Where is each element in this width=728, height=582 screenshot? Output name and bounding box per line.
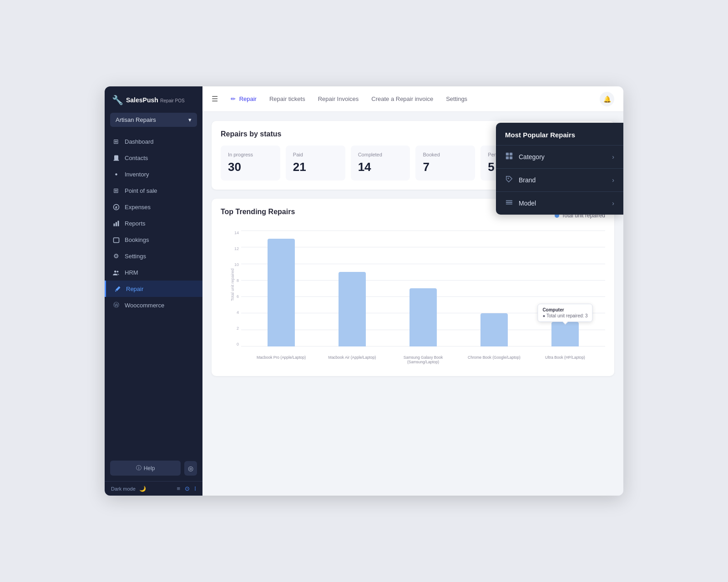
status-label: Paid (293, 152, 338, 157)
panel-item-label: Model (519, 200, 536, 207)
sidebar-item-woocommerce[interactable]: Ⓦ Woocommerce (105, 297, 202, 313)
brand-icon (505, 175, 513, 185)
chart-title: Top Trending Repairs (221, 208, 295, 216)
panel-chevron-icon: › (612, 200, 614, 207)
tab-create-repair-invoice[interactable]: Create a Repair invoice (366, 93, 439, 105)
chart-wrapper: Total unit repaired 0 2 4 6 8 10 12 14 (221, 231, 605, 367)
status-in-progress: In progress 30 (221, 146, 280, 181)
svg-rect-16 (506, 204, 512, 205)
dark-mode-label: Dark mode (111, 486, 136, 492)
sidebar-item-pos[interactable]: ⊞ Point of sale (105, 182, 202, 199)
status-value: 30 (228, 160, 273, 174)
hrm-icon (112, 268, 120, 276)
sidebar-item-label: Settings (125, 253, 146, 260)
repair-icon (113, 285, 121, 293)
chart-plot: Computer ● Total unit repaired: 3 (241, 231, 605, 346)
help-circle-icon: ⓘ (136, 464, 142, 472)
bar (268, 239, 295, 346)
status-value: 14 (358, 160, 403, 174)
svg-rect-3 (113, 223, 115, 226)
svg-rect-14 (506, 201, 512, 201)
bar (339, 272, 366, 346)
logo-text: SalesPush (126, 96, 158, 104)
sidebar-footer: ⓘ Help ◎ (105, 455, 202, 481)
panel-item-left: Model (505, 198, 536, 208)
bar-group-4 (459, 313, 530, 346)
svg-rect-10 (510, 153, 512, 156)
y-label: 2 (237, 326, 239, 331)
model-icon (505, 198, 513, 208)
y-label: 12 (234, 246, 239, 251)
svg-rect-6 (113, 238, 119, 243)
location-button[interactable]: ◎ (184, 461, 197, 476)
bell-icon: 🔔 (603, 95, 611, 103)
moon-icon: 🌙 (139, 486, 146, 492)
store-selector[interactable]: Artisan Repairs ▾ (110, 113, 197, 127)
sidebar-item-dashboard[interactable]: ⊞ Dashboard (105, 133, 202, 150)
panel-item-model[interactable]: Model › (496, 192, 623, 215)
panel-item-category[interactable]: Category › (496, 146, 623, 169)
status-paid: Paid 21 (286, 146, 345, 181)
svg-rect-0 (114, 155, 118, 159)
app-wrapper: 🔧 SalesPush Repair POS Artisan Repairs ▾… (105, 86, 623, 496)
panel-item-left: Brand (505, 175, 536, 185)
tab-repair[interactable]: ✏ Repair (225, 93, 262, 105)
woocommerce-icon: Ⓦ (112, 301, 120, 309)
sidebar-item-bookings[interactable]: Bookings (105, 231, 202, 248)
sidebar-item-label: Woocommerce (125, 302, 164, 309)
help-button[interactable]: ⓘ Help (110, 461, 181, 476)
grid-view-icon[interactable]: ⊙ (185, 485, 190, 492)
contacts-icon (112, 154, 120, 162)
topbar-notification-button[interactable]: 🔔 (600, 92, 614, 106)
sidebar-item-repair[interactable]: Repair (105, 281, 202, 297)
trending-repairs-section: Top Trending Repairs Total unit repaired… (212, 199, 614, 376)
logo-sub: Repair POS (160, 98, 184, 103)
sidebar-item-contacts[interactable]: Contacts (105, 150, 202, 166)
tab-repair-tickets[interactable]: Repair tickets (264, 93, 311, 105)
sidebar-item-label: Reports (125, 220, 146, 227)
sidebar-item-hrm[interactable]: HRM (105, 264, 202, 281)
tooltip-title: Computer (542, 307, 587, 312)
x-labels: Macbook Pro (Apple/Laptop) Macbook Air (… (241, 353, 605, 367)
sidebar-item-label: HRM (125, 269, 138, 276)
dot-view-icon[interactable]: ⁞ (194, 485, 196, 492)
svg-point-1 (115, 173, 117, 176)
svg-rect-12 (510, 156, 512, 159)
y-label: 8 (237, 278, 239, 283)
sidebar-item-inventory[interactable]: Inventory (105, 166, 202, 182)
sidebar-nav: ⊞ Dashboard Contacts Inventory ⊞ Point o… (105, 131, 202, 455)
topbar-right: 🔔 (600, 92, 614, 106)
expenses-icon (112, 203, 120, 211)
bars-container: Computer ● Total unit repaired: 3 (241, 231, 605, 346)
tab-repair-invoices[interactable]: Repair Invoices (313, 93, 364, 105)
svg-rect-9 (506, 153, 509, 156)
bottom-icons: ≡ ⊙ ⁞ (177, 485, 196, 492)
tab-settings[interactable]: Settings (440, 93, 473, 105)
tooltip-value: ● Total unit repaired: 3 (542, 313, 587, 318)
svg-rect-5 (117, 221, 119, 226)
panel-item-label: Category (519, 153, 545, 161)
status-completed: Completed 14 (351, 146, 410, 181)
svg-rect-15 (506, 202, 512, 203)
sidebar-logo: 🔧 SalesPush Repair POS (105, 86, 202, 110)
sidebar-item-label: Repair (126, 286, 143, 292)
status-label: Booked (423, 152, 468, 157)
panel-item-left: Category (505, 152, 545, 162)
status-value: 7 (423, 160, 468, 174)
hamburger-icon[interactable]: ☰ (212, 95, 218, 103)
sidebar-item-expenses[interactable]: Expenses (105, 199, 202, 215)
sidebar-item-label: Inventory (125, 171, 149, 178)
list-view-icon[interactable]: ≡ (177, 485, 180, 492)
panel-title: Most Popular Repairs (496, 123, 623, 146)
x-label: Macbook Pro (Apple/Laptop) (246, 355, 317, 360)
location-icon: ◎ (188, 465, 193, 472)
reports-icon (112, 219, 120, 227)
topbar: ☰ ✏ Repair Repair tickets Repair Invoice… (202, 86, 623, 112)
panel-item-brand[interactable]: Brand › (496, 169, 623, 192)
panel-item-label: Brand (519, 176, 536, 184)
bar (480, 313, 508, 346)
popular-repairs-panel: Most Popular Repairs Category › Brand › (496, 123, 623, 215)
sidebar-item-reports[interactable]: Reports (105, 215, 202, 231)
svg-point-13 (508, 178, 509, 179)
sidebar-item-settings[interactable]: ⚙ Settings (105, 248, 202, 264)
